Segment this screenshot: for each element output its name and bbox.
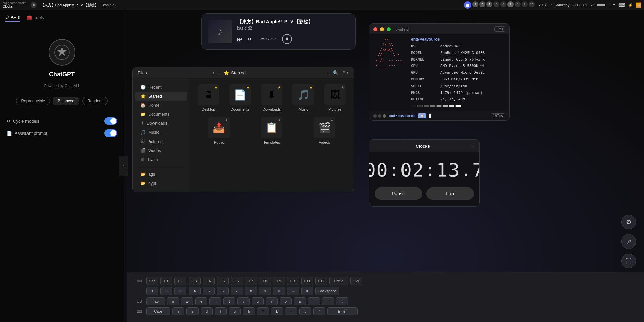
music-next-btn[interactable]: ⏭ [247,36,253,42]
term-maximize-btn[interactable] [387,27,391,31]
key-backslash[interactable]: \ [336,297,348,305]
key-u[interactable]: u [252,297,264,305]
sidebar-item-downloads[interactable]: ⬇ Downloads [135,119,187,128]
key-rbracket[interactable]: ] [322,297,334,305]
file-item-public[interactable]: 📤 ★ Public [195,117,243,144]
key-h[interactable]: h [243,307,255,315]
key-f3[interactable]: F3 [189,277,201,285]
key-f1[interactable]: F1 [160,277,172,285]
sidebar-item-music[interactable]: 🎵 Music [135,128,187,137]
key-esc[interactable]: Esc [146,277,158,285]
key-prtsc[interactable]: PrtSc [329,277,348,285]
key-f12[interactable]: F12 [315,277,327,285]
timer-pause-btn[interactable]: Pause [375,187,422,200]
navigate-float-btn[interactable]: ↗ [621,234,636,249]
music-prev-btn[interactable]: ⏮ [237,36,243,42]
key-r[interactable]: r [209,297,221,305]
file-item-videos[interactable]: 🎬 ★ Videos [301,117,348,144]
topbar-ws-4[interactable]: 4 [486,1,492,7]
key-quote[interactable]: ' [313,307,325,315]
topbar-ws-5[interactable]: 5 [493,1,499,7]
files-more-btn[interactable]: ··· [325,70,329,75]
tab-apis[interactable]: ⬡ APIs [5,15,20,22]
topbar-ws-7[interactable]: 7 [507,1,514,7]
key-p[interactable]: p [294,297,306,305]
model-tab-reproducible[interactable]: Reproducible [16,97,50,105]
key-minus[interactable]: - [287,287,299,295]
key-f2[interactable]: F2 [174,277,186,285]
sidebar-item-ags[interactable]: 📂 ags [135,170,187,179]
file-item-templates[interactable]: 📋 ★ Templates [248,117,295,144]
key-o[interactable]: o [280,297,292,305]
cycle-models-toggle[interactable] [104,117,117,125]
key-equals[interactable]: = [301,287,313,295]
key-w[interactable]: w [181,297,193,305]
clocks-menu-btn[interactable]: ≡ [471,143,474,149]
file-item-music[interactable]: 🎵 ★ Music [290,84,316,111]
key-f9[interactable]: F9 [273,277,285,285]
term-close-btn[interactable] [373,27,377,31]
tab-tools[interactable]: 🧰 Tools [26,15,44,22]
key-f[interactable]: f [215,307,227,315]
topbar-ws-6[interactable]: 6 [500,1,506,7]
file-item-desktop[interactable]: 🖥 ★ Desktop [195,84,221,111]
music-pause-btn[interactable]: ⏸ [282,34,292,44]
key-f11[interactable]: F11 [301,277,313,285]
sidebar-item-home[interactable]: 🏠 Home [135,101,187,110]
key-enter[interactable]: Enter [327,307,358,315]
model-tab-random[interactable]: Random [82,97,107,105]
sidebar-item-starred[interactable]: ⭐ Starred [135,92,187,101]
files-nav-fwd[interactable]: › [218,70,220,75]
term-minimize-btn[interactable] [380,27,384,31]
sidebar-item-videos[interactable]: 🎬 Videos [135,146,187,155]
topbar-ws-9[interactable]: 9 [522,1,528,7]
file-item-documents[interactable]: 📄 ★ Documents [227,84,253,111]
key-0[interactable]: 0 [273,287,285,295]
files-view-btn[interactable]: ⊞ ▾ [342,70,349,75]
key-9[interactable]: 9 [259,287,271,295]
key-4[interactable]: 4 [189,287,201,295]
file-item-downloads[interactable]: ⬇ ★ Downloads [259,84,285,111]
key-e[interactable]: e [195,297,207,305]
key-s[interactable]: s [186,307,199,315]
key-f5[interactable]: F5 [217,277,229,285]
key-d[interactable]: d [201,307,213,315]
key-q[interactable]: q [167,297,179,305]
key-f10[interactable]: F10 [287,277,299,285]
key-semicolon[interactable]: ; [299,307,311,315]
key-i[interactable]: i [266,297,278,305]
key-a[interactable]: a [172,307,184,315]
topbar-ws-2[interactable]: 2 [472,1,478,7]
key-k[interactable]: k [271,307,283,315]
key-y[interactable]: y [237,297,250,305]
key-tab[interactable]: Tab [146,297,165,305]
layout-float-btn[interactable]: ⛶ [621,254,636,268]
key-3[interactable]: 3 [174,287,186,295]
topbar-ws-10[interactable]: 10 [529,1,535,7]
key-g[interactable]: g [229,307,241,315]
timer-lap-btn[interactable]: Lap [426,187,474,200]
sidebar-item-trash[interactable]: 🗑 Trash [135,155,187,164]
file-item-pictures[interactable]: 🖼 ★ Pictures [322,84,348,111]
key-7[interactable]: 7 [231,287,243,295]
settings-float-btn[interactable]: ⚙ [621,215,636,229]
panel-collapse-btn[interactable]: › [119,156,128,176]
topbar-ws-3[interactable]: 3 [479,1,485,7]
sidebar-item-hypr[interactable]: 📂 hypr [135,179,187,188]
key-l[interactable]: l [285,307,297,315]
key-caps[interactable]: Caps [146,307,170,315]
assistant-prompt-toggle[interactable] [104,129,117,137]
key-del[interactable]: Del [350,277,362,285]
key-6[interactable]: 6 [217,287,229,295]
key-lbracket[interactable]: [ [308,297,320,305]
model-tab-balanced[interactable]: Balanced [53,97,79,105]
key-f6[interactable]: F6 [231,277,243,285]
key-f7[interactable]: F7 [245,277,257,285]
key-8[interactable]: 8 [245,287,257,295]
key-2[interactable]: 2 [160,287,172,295]
sidebar-item-documents[interactable]: 📁 Documents [135,110,187,119]
sidebar-item-recent[interactable]: 🕐 Recent [135,83,187,92]
topbar-stop-btn[interactable]: ⏹ [31,2,37,8]
key-j[interactable]: j [257,307,269,315]
key-f8[interactable]: F8 [259,277,271,285]
